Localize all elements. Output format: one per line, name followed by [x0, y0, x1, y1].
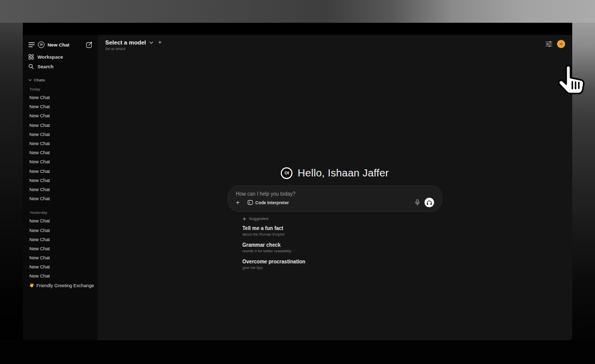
sidebar-item-workspace[interactable]: Workspace: [28, 52, 93, 62]
chat-item[interactable]: New Chat: [28, 271, 93, 281]
controls-sliders-icon[interactable]: [545, 41, 552, 47]
chat-item[interactable]: New Chat: [28, 139, 93, 148]
suggestion-title: Grammar check: [242, 242, 442, 248]
chats-section-label: Chats: [34, 78, 45, 82]
chat-item[interactable]: New Chat: [28, 244, 93, 253]
wallpaper-left: [0, 23, 23, 340]
wave-emoji-icon: [29, 283, 34, 288]
chat-item[interactable]: New Chat: [28, 253, 93, 262]
model-selector: Select a model + Set as default: [105, 39, 162, 51]
chat-item[interactable]: New Chat: [28, 235, 93, 244]
set-as-default-link[interactable]: Set as default: [105, 47, 162, 51]
model-selector-button[interactable]: Select a model: [105, 39, 146, 46]
greeting-logo: OI: [281, 167, 292, 179]
chat-item[interactable]: New Chat: [28, 194, 93, 203]
chat-list-today: New ChatNew ChatNew ChatNew ChatNew Chat…: [28, 93, 93, 203]
workspace-label: Workspace: [37, 54, 63, 60]
suggestion-procrastination[interactable]: Overcome procrastination give me tips: [242, 259, 442, 270]
mouse-cursor: [557, 64, 586, 96]
chat-item-friendly-greeting[interactable]: Friendly Greeting Exchange: [28, 281, 93, 291]
new-chat-icon[interactable]: [86, 41, 93, 48]
sidebar-item-search[interactable]: Search: [28, 62, 93, 71]
wallpaper-top: [0, 0, 595, 23]
desktop: OI New Chat Workspace: [0, 0, 595, 364]
chat-item[interactable]: New Chat: [28, 111, 93, 120]
sidebar-toggle-icon[interactable]: [28, 42, 35, 48]
chevron-down-icon: [28, 79, 32, 81]
suggestion-fun-fact[interactable]: Tell me a fun fact about the Roman Empir…: [242, 225, 442, 237]
sparkle-icon: [242, 217, 246, 221]
code-interpreter-icon: [247, 200, 253, 205]
chat-item[interactable]: New Chat: [28, 157, 93, 166]
attach-plus-button[interactable]: +: [236, 200, 240, 205]
suggested-section: Suggested Tell me a fun fact about the R…: [228, 216, 442, 270]
chat-item[interactable]: New Chat: [28, 225, 93, 235]
voice-call-button[interactable]: [424, 198, 434, 207]
chat-item[interactable]: New Chat: [28, 130, 93, 139]
app-logo: OI: [38, 41, 45, 48]
suggested-label: Suggested: [249, 216, 268, 221]
chat-item[interactable]: New Chat: [28, 93, 93, 102]
chat-group-label-today: Today: [28, 87, 93, 92]
chat-item[interactable]: New Chat: [28, 102, 93, 111]
search-icon: [28, 64, 34, 69]
code-interpreter-label: Code Interpreter: [256, 200, 289, 205]
chat-item[interactable]: New Chat: [28, 121, 93, 130]
sidebar-title: New Chat: [48, 42, 69, 48]
add-model-button[interactable]: +: [158, 40, 162, 45]
chat-item[interactable]: New Chat: [28, 167, 93, 176]
chat-item[interactable]: New Chat: [28, 148, 93, 157]
chat-item[interactable]: New Chat: [28, 185, 93, 194]
workspace-grid-icon: [28, 54, 34, 60]
wallpaper-bottom: [0, 340, 595, 364]
sidebar: OI New Chat Workspace: [23, 35, 98, 340]
greeting-text: Hello, Ishaan Jaffer: [298, 167, 389, 179]
user-avatar[interactable]: IJ: [557, 40, 565, 48]
main-pane: Select a model + Set as default IJ: [98, 35, 572, 340]
chat-item[interactable]: New Chat: [28, 262, 93, 271]
chats-section-header[interactable]: Chats: [28, 77, 93, 83]
greeting: OI Hello, Ishaan Jaffer: [228, 167, 442, 179]
headphones-icon: [427, 200, 432, 205]
window-titlebar: [23, 23, 572, 35]
microphone-icon[interactable]: [415, 199, 420, 206]
chat-item[interactable]: New Chat: [28, 216, 93, 225]
suggestion-grammar-check[interactable]: Grammar check rewrite it for better read…: [242, 242, 442, 253]
message-input[interactable]: How can I help you today?: [236, 191, 434, 197]
suggestion-subtitle: about the Roman Empire: [242, 232, 442, 237]
message-composer[interactable]: How can I help you today? + Code Interpr…: [228, 186, 442, 212]
suggestion-subtitle: rewrite it for better readability: [242, 249, 442, 253]
chat-group-label-yesterday: Yesterday: [28, 210, 93, 215]
chat-list-yesterday: New ChatNew ChatNew ChatNew ChatNew Chat…: [28, 216, 93, 281]
suggestion-title: Tell me a fun fact: [242, 225, 442, 231]
named-chat-label: Friendly Greeting Exchange: [36, 283, 94, 288]
suggestion-subtitle: give me tips: [242, 265, 442, 270]
suggestion-title: Overcome procrastination: [242, 259, 442, 264]
chat-item[interactable]: New Chat: [28, 176, 93, 185]
model-chevron-down-icon[interactable]: [149, 41, 153, 44]
search-label: Search: [37, 64, 54, 69]
app-window: OI New Chat Workspace: [23, 23, 572, 340]
code-interpreter-toggle[interactable]: Code Interpreter: [247, 200, 289, 205]
